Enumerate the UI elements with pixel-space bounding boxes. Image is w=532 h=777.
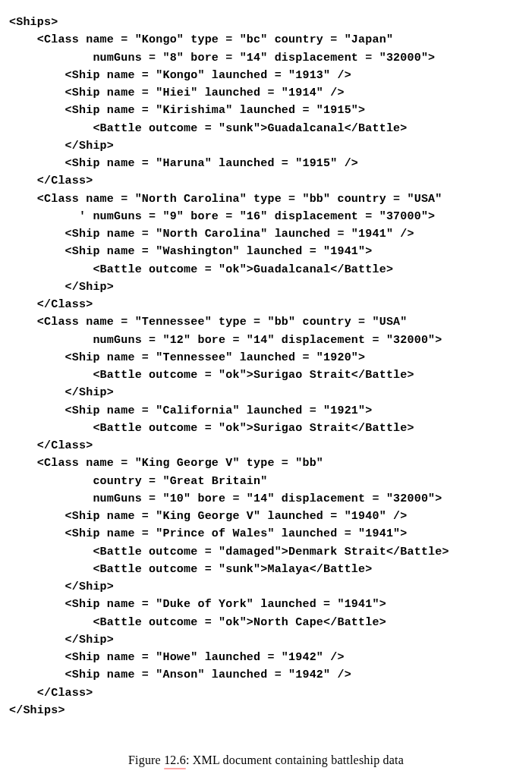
caption-text: : XML document containing battleship dat…	[186, 753, 404, 766]
figure-caption: Figure 12.6: XML document containing bat…	[9, 751, 523, 770]
code-line: <Ship name = "Tennessee" launched = "192…	[9, 351, 365, 364]
code-line: <Class name = "North Carolina" type = "b…	[9, 193, 442, 206]
code-line: <Ship name = "North Carolina" launched =…	[9, 228, 414, 241]
code-line: <Ship name = "Prince of Wales" launched …	[9, 527, 407, 540]
code-line: </Class>	[9, 175, 93, 187]
code-line: <Ship name = "Kirishima" launched = "191…	[9, 104, 365, 117]
figure-number: 12.6	[164, 751, 186, 770]
code-line: <Battle outcome = "sunk">Malaya</Battle>	[9, 563, 372, 576]
code-line: ' numGuns = "9" bore = "16" displacement…	[9, 210, 435, 223]
code-line: <Battle outcome = "ok">North Cape</Battl…	[9, 616, 386, 629]
code-line: </Class>	[9, 439, 93, 452]
code-line: numGuns = "10" bore = "14" displacement …	[9, 492, 442, 505]
code-line: numGuns = "8" bore = "14" displacement =…	[9, 52, 435, 64]
code-line: </Ship>	[9, 580, 114, 593]
code-line: <Battle outcome = "damaged">Denmark Stra…	[9, 546, 449, 558]
code-line: <Ship name = "Washington" launched = "19…	[9, 245, 372, 258]
xml-code-listing: <Ships> <Class name = "Kongo" type = "bc…	[9, 14, 523, 719]
code-line: <Ship name = "Hiei" launched = "1914" />	[9, 87, 345, 99]
code-line: country = "Great Britain"	[9, 475, 267, 488]
code-line: <Battle outcome = "ok">Surigao Strait</B…	[9, 369, 414, 382]
code-line: <Class name = "Tennessee" type = "bb" co…	[9, 316, 407, 329]
code-line: <Ship name = "Duke of York" launched = "…	[9, 598, 386, 611]
code-line: <Battle outcome = "sunk">Guadalcanal</Ba…	[9, 122, 407, 135]
code-line: <Ship name = "Kongo" launched = "1913" /…	[9, 69, 351, 82]
code-line: </Ship>	[9, 281, 114, 294]
caption-prefix: Figure	[128, 753, 164, 766]
code-line: <Ship name = "Anson" launched = "1942" /…	[9, 668, 351, 681]
code-line: <Ship name = "Haruna" launched = "1915" …	[9, 157, 358, 170]
code-line: </Ship>	[9, 140, 114, 153]
code-line: <Ships>	[9, 16, 58, 29]
code-line: <Ship name = "California" launched = "19…	[9, 404, 372, 417]
code-line: <Class name = "King George V" type = "bb…	[9, 457, 323, 470]
code-line: <Ship name = "King George V" launched = …	[9, 510, 407, 523]
code-line: <Battle outcome = "ok">Surigao Strait</B…	[9, 422, 414, 435]
code-line: </Ships>	[9, 704, 65, 717]
code-line: </Ship>	[9, 386, 114, 399]
code-line: <Class name = "Kongo" type = "bc" countr…	[9, 33, 393, 46]
code-line: <Battle outcome = "ok">Guadalcanal</Batt…	[9, 263, 393, 276]
code-line: </Class>	[9, 298, 93, 311]
code-line: <Ship name = "Howe" launched = "1942" />	[9, 651, 345, 664]
code-line: numGuns = "12" bore = "14" displacement …	[9, 334, 442, 347]
code-line: </Class>	[9, 687, 93, 700]
code-line: </Ship>	[9, 634, 114, 646]
